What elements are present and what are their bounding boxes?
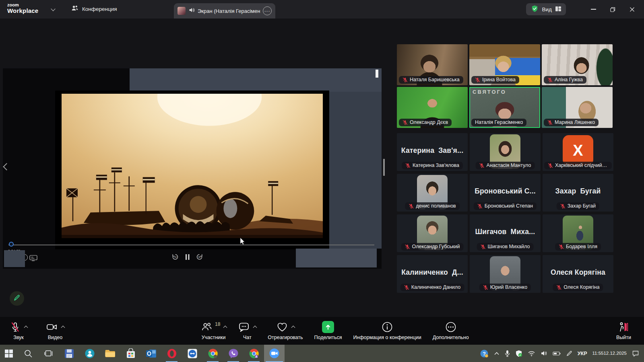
participant-placeholder-tile[interactable]: XХарківський слідчий ізол... (543, 133, 613, 171)
action-center-icon[interactable] (632, 350, 639, 357)
help-icon[interactable]: ? (480, 349, 489, 358)
participants-button[interactable]: 18Участники (200, 317, 227, 340)
participant-placeholder-tile[interactable]: Катерина Зав'я...Катерина Зав'ялова (397, 133, 468, 171)
taskbar-people-icon[interactable] (79, 345, 100, 362)
share-label: Поделиться (314, 335, 342, 340)
more-button[interactable]: Дополнительно (433, 317, 469, 340)
taskbar-taskview-icon[interactable] (38, 345, 59, 362)
video-button[interactable]: Видео (46, 317, 64, 340)
participant-placeholder-tile[interactable]: Захар БугайЗахар Бугай (543, 174, 613, 212)
tab-screen-share[interactable]: Экран (Наталія Герасіменко ... (174, 3, 275, 19)
info-button[interactable]: Информация о конференции (353, 317, 421, 340)
side-scrollbar[interactable] (383, 159, 385, 176)
taskbar-apps (0, 345, 285, 362)
annotate-button[interactable] (10, 291, 24, 306)
video-scene (62, 94, 323, 238)
taskbar-teamviewer-icon[interactable] (182, 345, 202, 362)
pause-icon[interactable] (185, 254, 190, 262)
participant-name-label: Аліна Гужва (544, 76, 586, 84)
participant-placeholder-tile[interactable]: Броновський С...Броновський Степан (470, 174, 541, 212)
participant-placeholder-tile[interactable]: Анастасія Мантуло (470, 133, 541, 171)
view-button[interactable]: Вид (526, 3, 566, 15)
participant-big-name: Калиниченко Д... (399, 268, 466, 277)
tab-options-ellipsis-icon[interactable]: ... (263, 6, 272, 15)
participant-video-tile[interactable]: СВЯТОГОНаталія Герасіменко (469, 87, 540, 128)
tab-screen-title: Экран (Наталія Герасіменко (198, 8, 260, 14)
audio-button[interactable]: Звук (10, 317, 27, 340)
participant-video-tile[interactable]: Ірина Войтова (469, 44, 540, 85)
participant-placeholder-tile[interactable]: Бодарев Ілля (543, 214, 613, 252)
microphone-tray-icon[interactable] (505, 350, 510, 357)
leave-button[interactable]: Выйти (616, 317, 631, 340)
chalkboard-text: СВЯТОГО (473, 89, 539, 95)
participant-placeholder-tile[interactable]: денис поливанов (397, 174, 468, 212)
mouse-cursor (240, 237, 245, 247)
participant-placeholder-tile[interactable]: Калиниченко Д...Калиниченко Данило (397, 255, 468, 293)
taskbar-floppy-icon[interactable] (59, 345, 79, 362)
language-indicator[interactable]: УКР (578, 351, 587, 356)
taskbar-store-icon[interactable] (120, 345, 141, 362)
chevron-up-icon[interactable] (291, 326, 295, 330)
taskbar-start-icon[interactable] (0, 345, 18, 362)
taskbar-clock[interactable]: 11:5512.12.2025 (592, 350, 627, 356)
taskbar-zoom-icon[interactable] (264, 345, 285, 362)
taskbar-explorer-icon[interactable] (100, 345, 120, 362)
pen-icon[interactable] (566, 350, 572, 357)
shared-scrollbar[interactable] (376, 70, 378, 78)
minimize-button[interactable] (584, 0, 603, 19)
participant-placeholder-tile[interactable]: Олеся КорягінаОлеся Корягіна (543, 255, 613, 293)
participant-video-tile[interactable]: Олександр Дєєв (397, 87, 468, 128)
chevron-up-icon[interactable] (61, 326, 65, 330)
share-button[interactable]: Поделиться (314, 317, 342, 340)
taskbar-search-icon[interactable] (18, 345, 38, 362)
taskbar-outlook-icon[interactable] (141, 345, 161, 362)
pencil-icon (13, 294, 21, 303)
player-preview-thumbnail (296, 249, 377, 267)
video-progress-bar[interactable] (8, 245, 374, 245)
taskbar-opera-icon[interactable] (161, 345, 182, 362)
forward-30-icon[interactable]: 30 (196, 253, 203, 262)
participant-placeholder-tile[interactable]: Шигачов Миха...Шигачов Михайло (470, 214, 541, 252)
player-left-overlay (4, 250, 25, 267)
mic-muted-icon (405, 163, 411, 168)
restore-button[interactable] (603, 0, 622, 19)
volume-icon[interactable] (541, 350, 547, 356)
participant-big-name: Броновський С... (472, 187, 539, 195)
chat-label: Чат (243, 335, 252, 340)
chevron-up-icon[interactable] (223, 326, 227, 330)
video-progress-knob[interactable] (9, 242, 14, 247)
participant-big-name: Катерина Зав'я... (399, 146, 466, 155)
workspace-menu-chevron-icon[interactable] (51, 6, 55, 11)
taskbar-chrome-icon[interactable] (202, 345, 223, 362)
chat-button[interactable]: Чат (238, 317, 256, 340)
participant-video-tile[interactable]: Аліна Гужва (542, 44, 613, 85)
participant-name-label: Харківський слідчий ізол... (544, 162, 612, 169)
rewind-10-icon[interactable]: 10 (172, 253, 179, 262)
mic-muted-icon (556, 285, 561, 290)
participant-video-tile[interactable]: Наталя Баришевська (397, 44, 468, 85)
participant-big-name: Шигачов Миха... (472, 228, 539, 236)
presenter-desktop-area (130, 68, 382, 92)
tab-meeting[interactable]: Конференция (71, 5, 117, 13)
logo-line1: zoom (7, 3, 38, 8)
participant-video-tile[interactable]: Марина Ляшенко (542, 87, 613, 128)
chevron-up-icon[interactable] (253, 326, 257, 330)
avatar (178, 7, 186, 15)
taskbar-chrome2-icon[interactable] (244, 345, 264, 362)
mic-muted-icon (481, 244, 486, 249)
logo-line2: Workplace (7, 8, 38, 14)
taskbar-viber-icon[interactable] (223, 345, 244, 362)
react-button[interactable]: Отреагировать (268, 317, 303, 340)
participant-placeholder-tile[interactable]: Юрий Власенко (470, 255, 541, 293)
participant-placeholder-tile[interactable]: Олександр Губський (397, 214, 468, 252)
system-tray: ?УКР11:5512.12.2025 (480, 349, 644, 358)
defender-shield-icon[interactable] (515, 350, 522, 357)
close-button[interactable] (622, 0, 642, 19)
hidden-icons-chevron-icon[interactable] (494, 352, 500, 356)
chevron-up-icon[interactable] (24, 326, 28, 330)
wifi-icon[interactable] (528, 350, 535, 357)
subtitles-icon[interactable] (29, 255, 37, 263)
battery-icon[interactable] (553, 351, 561, 356)
participant-big-name: Олеся Корягіна (545, 268, 611, 277)
mic-muted-icon (560, 204, 566, 209)
